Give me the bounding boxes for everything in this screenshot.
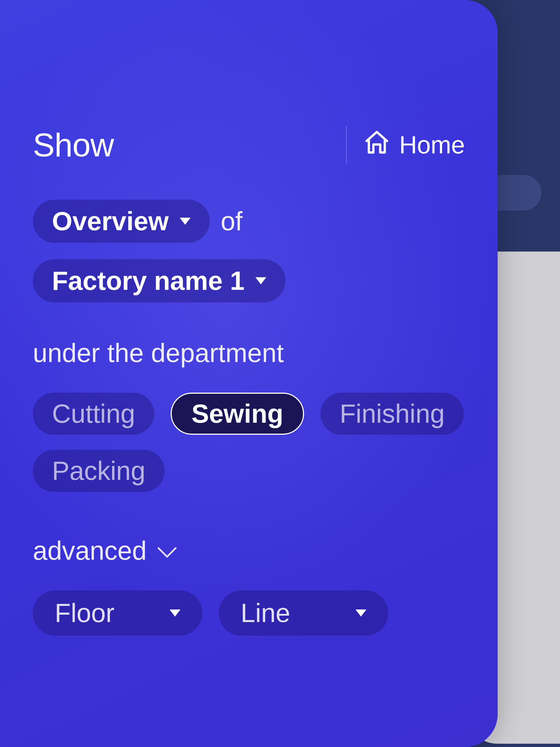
department-chip-cutting[interactable]: Cutting xyxy=(33,393,154,435)
floor-select[interactable]: Floor xyxy=(33,590,202,636)
line-select[interactable]: Line xyxy=(219,590,388,636)
factory-row: Factory name 1 xyxy=(33,259,465,302)
floor-select-label: Floor xyxy=(55,598,114,628)
of-word: of xyxy=(221,206,243,236)
home-button[interactable]: Home xyxy=(363,129,465,162)
department-label: under the department xyxy=(33,338,465,368)
advanced-toggle[interactable]: advanced xyxy=(33,536,465,566)
panel-header: Show Home xyxy=(33,126,465,164)
department-chip-packing[interactable]: Packing xyxy=(33,450,164,492)
home-icon xyxy=(363,129,390,162)
department-chip-finishing[interactable]: Finishing xyxy=(321,393,464,435)
chevron-down-icon xyxy=(157,539,177,558)
filter-panel: Show Home Overview of xyxy=(0,0,498,747)
home-label: Home xyxy=(399,131,465,159)
line-select-label: Line xyxy=(240,598,290,628)
view-row: Overview of xyxy=(33,200,465,243)
app-stage: Show Home Overview of xyxy=(0,0,560,747)
department-chips: CuttingSewingFinishingPacking xyxy=(33,393,465,492)
home-group: Home xyxy=(346,126,465,164)
caret-down-icon xyxy=(255,277,266,284)
factory-select[interactable]: Factory name 1 xyxy=(33,259,285,302)
caret-down-icon xyxy=(170,610,180,617)
factory-select-label: Factory name 1 xyxy=(52,266,245,296)
caret-down-icon xyxy=(355,610,366,617)
advanced-label: advanced xyxy=(33,536,147,566)
view-select-label: Overview xyxy=(52,206,169,236)
view-select[interactable]: Overview xyxy=(33,200,210,243)
divider xyxy=(346,126,347,164)
caret-down-icon xyxy=(180,217,190,225)
department-chip-sewing[interactable]: Sewing xyxy=(171,393,304,435)
panel-title: Show xyxy=(33,126,114,164)
advanced-selects: Floor Line xyxy=(33,590,465,636)
